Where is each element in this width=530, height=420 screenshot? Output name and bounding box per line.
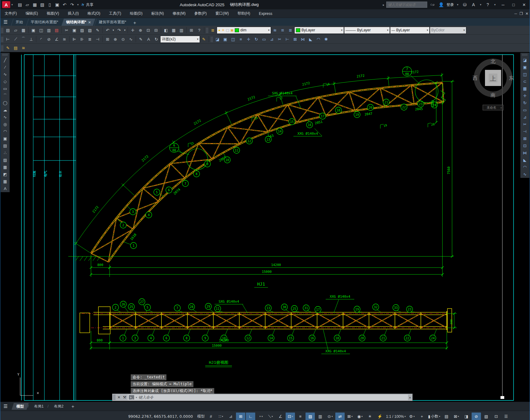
extend-icon[interactable]: ⊣ [521,128,529,135]
chamfer-icon[interactable]: ◣ [307,35,315,43]
layer-match-icon[interactable]: ≌ [279,26,287,34]
dim-spacing-icon[interactable]: ≣ [86,35,94,43]
trim-icon[interactable]: ✂ [521,121,529,128]
color-combo[interactable]: ByLayer▾ [294,27,344,34]
search-icon[interactable]: ○⌕ [429,1,436,8]
infer-constraints-toggle[interactable]: ⊿ [226,413,235,420]
properties-palette-icon[interactable]: ◧ [162,26,170,34]
ui-lock-button[interactable]: ⊠▾ [452,413,461,420]
copy-icon[interactable]: ▣ [521,64,529,71]
table-icon[interactable]: ▦ [1,178,9,185]
annotation-visibility-toggle[interactable]: ☀ [365,413,374,420]
menu-item-3[interactable]: 插入(I) [63,9,83,18]
object-snap-toggle[interactable]: ⊡▾ [286,413,295,420]
toolbar-grip[interactable] [1,27,3,33]
dim-angular-icon[interactable]: ∠ [53,35,61,43]
command-bar-grip[interactable] [113,395,116,400]
user-icon[interactable]: 👤 [438,1,445,8]
copy-clip-icon[interactable]: ▣ [70,26,78,34]
add-scales-button[interactable]: + [417,413,427,420]
layout-menu-icon[interactable]: ☰ [0,403,11,410]
circle-icon[interactable]: ◯ [1,99,9,106]
autocad-logo-icon[interactable]: A [2,1,10,8]
units-drop-icon[interactable]: ▾ [439,415,440,418]
doc-close-icon[interactable]: ✕ [525,11,528,16]
3d-object-snap-drop-icon[interactable]: ▾ [332,415,333,418]
clean-screen-button[interactable]: ⊡ [491,413,501,420]
3d-object-snap-toggle[interactable]: ⊙▾ [325,413,335,420]
dim-update-icon[interactable]: ↻ [152,35,160,43]
drawing-viewport[interactable]: 结施电气给水2172217221722172217221722172161820… [0,52,530,402]
menu-item-6[interactable]: 绘图(D) [125,9,147,18]
gizmo-toggle[interactable]: ◉▾ [355,413,365,420]
dim-break-icon[interactable]: ⊣ [94,35,102,43]
mirror-icon[interactable]: ◫ [229,35,237,43]
center-mark-icon[interactable]: ⊕ [111,35,119,43]
extend-icon[interactable]: ⊢ [283,35,291,43]
dim-ordinate-icon[interactable]: ⊥ [27,35,35,43]
menu-item-1[interactable]: 编辑(E) [21,9,42,18]
undo-icon[interactable]: ↶ [61,1,68,8]
dim-inspect-icon[interactable]: ⊙ [119,35,127,43]
dim-arc-icon[interactable]: ⌒ [20,35,27,43]
command-recent-icon[interactable]: ▾ [136,396,137,399]
open-icon[interactable]: ▱ [12,26,20,34]
cut-clip-icon[interactable]: ✂ [63,26,70,34]
signin-button[interactable]: 登录 [446,2,454,7]
search-expand-icon[interactable]: ▸ [383,3,384,7]
customize-qat-icon[interactable]: ▾ [76,1,80,8]
erase-icon[interactable]: ◪ [214,35,221,43]
drawing-canvas[interactable]: ╱∕∿◇▭⌒◯☁∿◎◠▣▤∴▨▦◩▦A ◪▣◫⊂▦✛↻▭⊿✂⊣⊠⊡⋈◣◠∿ 结施… [0,52,530,402]
layer-toolbar-grip[interactable] [206,27,208,33]
design-center-icon[interactable]: ▦ [170,26,178,34]
tab-close-icon[interactable]: ✕ [88,20,91,24]
qnew-icon[interactable]: ▤ [4,26,12,34]
undo-drop-icon[interactable]: ▾ [111,26,115,34]
hardware-acceleration-button[interactable]: ⊘ [472,413,481,420]
insert-block-icon[interactable]: ▣ [1,135,9,142]
color-combo-drop-icon[interactable]: ▾ [341,29,342,32]
layer-previous-icon[interactable]: ≋ [271,26,279,34]
break-icon[interactable]: ⊠ [291,35,299,43]
linetype-combo-drop-icon[interactable]: ▾ [387,29,388,32]
layer-translator-icon[interactable]: ≋ [20,44,27,52]
new-layout-button[interactable]: ＋ [70,404,75,409]
quick-ed-icon[interactable]: ✎ [94,26,102,34]
gradient-icon[interactable]: ▦ [1,164,9,171]
revision-cloud-icon[interactable]: ☁ [1,106,9,114]
ellipse-arc-icon[interactable]: ◠ [1,128,9,135]
object-snap-tracking-toggle[interactable]: ∠ [276,413,285,420]
erase-icon[interactable]: ◪ [521,56,529,64]
dim-continue-icon[interactable]: ⊪ [78,35,86,43]
modify-toolbar-grip[interactable] [522,54,528,56]
open-folder-icon[interactable]: ▱ [24,1,31,8]
array-icon[interactable]: ▦ [521,85,529,92]
help-icon[interactable]: ? [195,26,203,34]
dynamic-input-toggle[interactable]: ⊞ [236,413,245,420]
tool-palettes-icon[interactable]: ▥ [178,26,185,34]
edit-reference-icon[interactable]: ✎ [4,44,12,52]
selection-cycling-toggle[interactable]: ▥ [315,413,325,420]
lineweight-combo[interactable]: —ByLayer▾ [390,27,430,34]
model-space-toggle[interactable]: 模型 [196,413,206,420]
stretch-icon[interactable]: ⊿ [268,35,276,43]
explode-icon[interactable]: ✱ [322,35,330,43]
fillet-icon[interactable]: ◠ [521,164,529,171]
redo-drop-icon[interactable]: ▾ [123,26,127,34]
modify-toolbar-grip[interactable] [211,36,213,42]
menu-item-9[interactable]: 参数(P) [190,9,211,18]
zoom-window-icon[interactable]: ⊡ [144,26,152,34]
dimstyle-combo[interactable]: 详图(x2)▾ [160,36,200,43]
menu-item-2[interactable]: 视图(V) [42,9,63,18]
ref-toolbar-grip[interactable] [1,45,3,51]
menu-item-5[interactable]: 工具(T) [105,9,125,18]
command-tools-icon[interactable]: ⚒ [123,395,126,400]
dim-toolbar-grip[interactable] [1,36,3,42]
spline-icon[interactable]: ∿ [1,114,9,121]
units-button[interactable]: ▮ 小数▾ [427,413,441,420]
join-icon[interactable]: ⋈ [521,149,529,156]
dim-baseline-icon[interactable]: ⊫ [70,35,78,43]
pan-icon[interactable]: ✛ [129,26,137,34]
help-drop-icon[interactable]: ▾ [493,1,497,8]
layout-tab-模型[interactable]: 模型 [11,403,29,410]
